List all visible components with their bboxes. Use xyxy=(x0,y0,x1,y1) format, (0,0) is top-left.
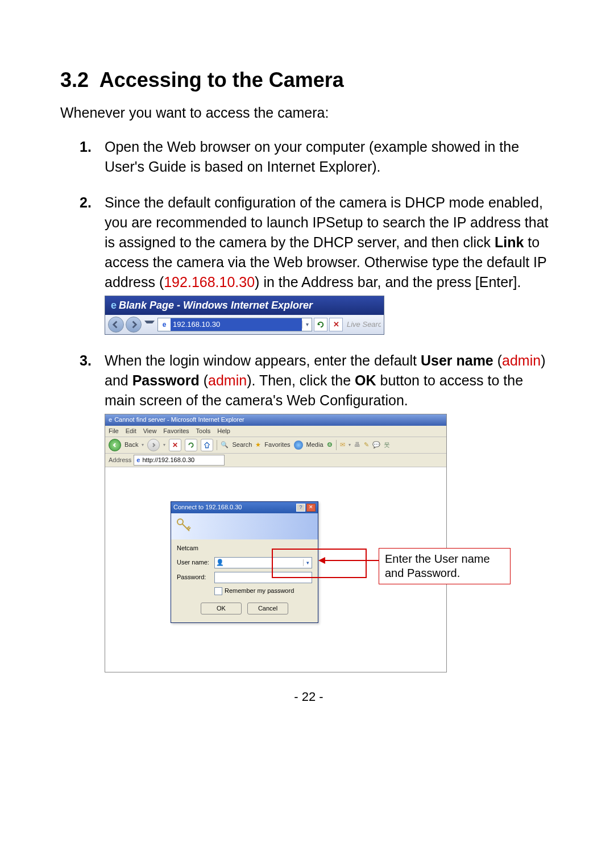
toolbar-search-label[interactable]: Search xyxy=(232,441,252,449)
remember-label: Remember my password xyxy=(225,587,294,595)
ie-title-bar: eBlank Page - Windows Internet Explorer xyxy=(105,296,384,315)
ie6-address-field[interactable]: e http://192.168.0.30 xyxy=(134,455,225,466)
menu-tools[interactable]: Tools xyxy=(196,427,211,435)
messenger-icon[interactable]: 웃 xyxy=(384,441,390,449)
ie6-login-screenshot: e Cannot find server - Microsoft Interne… xyxy=(105,414,447,672)
edit-icon[interactable]: ✎ xyxy=(364,441,369,449)
ie6-title-bar: e Cannot find server - Microsoft Interne… xyxy=(105,414,446,425)
username-dropdown-icon[interactable]: ▾ xyxy=(303,559,312,567)
step-3: 3.When the login window appears, enter t… xyxy=(101,351,557,672)
menu-help[interactable]: Help xyxy=(217,427,230,435)
login-dialog: Connect to 192.168.0.30 ? ✕ xyxy=(171,501,318,623)
ie6-address-bar: Address e http://192.168.0.30 xyxy=(105,454,446,467)
section-heading: 3.2 Accessing to the Camera xyxy=(60,68,557,92)
back-button[interactable] xyxy=(109,439,121,451)
ie-logo-icon: e xyxy=(111,300,117,311)
password-input[interactable] xyxy=(214,572,312,583)
address-label: Address xyxy=(109,456,131,464)
arrow-line xyxy=(325,560,379,561)
discuss-icon[interactable]: 💬 xyxy=(372,441,380,449)
login-dialog-title-bar: Connect to 192.168.0.30 ? ✕ xyxy=(171,502,318,513)
keys-icon xyxy=(175,516,193,537)
menu-favorites[interactable]: Favorites xyxy=(163,427,189,435)
home-button[interactable] xyxy=(201,439,213,451)
address-field[interactable]: e 192.168.10.30 ▾ xyxy=(157,318,312,331)
step-1: 1.Open the Web browser on your computer … xyxy=(101,137,557,177)
menu-file[interactable]: File xyxy=(109,427,119,435)
refresh-go-button[interactable] xyxy=(314,318,327,331)
favorites-icon[interactable]: ★ xyxy=(255,441,261,449)
login-realm: Netcam xyxy=(177,544,312,553)
help-button[interactable]: ? xyxy=(296,504,305,512)
password-label: Password: xyxy=(177,573,211,582)
forward-button[interactable] xyxy=(147,439,160,451)
history-icon[interactable]: ❹ xyxy=(327,441,333,449)
back-button[interactable] xyxy=(108,317,124,333)
toolbar-favorites-label[interactable]: Favorites xyxy=(264,441,290,449)
menu-edit[interactable]: Edit xyxy=(126,427,136,435)
media-icon[interactable] xyxy=(294,441,303,450)
ok-button[interactable]: OK xyxy=(201,603,242,614)
page-icon: e xyxy=(136,456,140,464)
stop-button[interactable]: ✕ xyxy=(169,439,181,451)
refresh-button[interactable] xyxy=(185,439,197,451)
address-value: 192.168.10.30 xyxy=(171,318,302,331)
menu-view[interactable]: View xyxy=(143,427,157,435)
ie6-address-value: http://192.168.0.30 xyxy=(142,456,194,464)
mail-icon[interactable]: ✉ xyxy=(340,441,345,449)
ie6-menu-bar[interactable]: File Edit View Favorites Tools Help xyxy=(105,426,446,437)
stop-button[interactable]: ✕ xyxy=(329,318,343,331)
toolbar-media-label[interactable]: Media xyxy=(306,441,323,449)
search-icon[interactable]: 🔍 xyxy=(221,441,229,449)
cancel-button[interactable]: Cancel xyxy=(247,603,288,614)
step-2: 2.Since the default configuration of the… xyxy=(101,193,557,335)
close-button[interactable]: ✕ xyxy=(306,504,316,512)
print-icon[interactable]: 🖶 xyxy=(354,441,360,449)
search-box-placeholder[interactable]: Live Search xyxy=(345,319,381,330)
arrow-head-icon xyxy=(318,557,325,564)
page-number: - 22 - xyxy=(60,690,557,704)
forward-button[interactable] xyxy=(126,317,142,333)
nav-history-dropdown-icon[interactable] xyxy=(144,321,155,329)
callout-box: Enter the User name and Password. xyxy=(379,548,511,584)
ie-logo-icon: e xyxy=(109,416,112,424)
address-dropdown-icon[interactable]: ▾ xyxy=(302,321,312,329)
username-input[interactable]: 👤 ▾ xyxy=(214,557,312,568)
back-label[interactable]: Back xyxy=(125,441,138,449)
ie-address-bar-screenshot: eBlank Page - Windows Internet Explorer … xyxy=(105,296,384,335)
ie6-toolbar: Back ▾ ▾ ✕ 🔍 xyxy=(105,437,446,454)
person-icon: 👤 xyxy=(215,558,225,567)
page-icon: e xyxy=(158,320,171,330)
username-label: User name: xyxy=(177,558,211,567)
remember-checkbox[interactable] xyxy=(214,587,222,595)
intro-text: Whenever you want to access the camera: xyxy=(60,105,557,121)
